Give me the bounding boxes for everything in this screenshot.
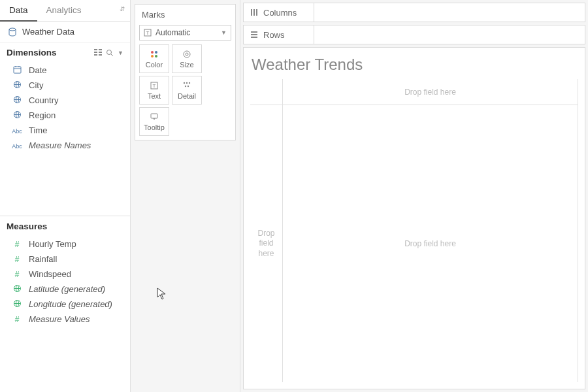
svg-point-41 xyxy=(185,85,186,86)
field-row[interactable]: Country xyxy=(0,93,130,108)
mark-color-label: Color xyxy=(146,61,163,69)
mark-size-button[interactable]: Size xyxy=(172,44,202,73)
svg-rect-5 xyxy=(99,52,102,53)
field-row[interactable]: City xyxy=(0,78,130,93)
columns-drop-zone[interactable] xyxy=(314,3,585,22)
field-label: Latitude (generated) xyxy=(29,284,105,294)
marks-title: Marks xyxy=(139,8,231,25)
svg-rect-46 xyxy=(256,9,257,16)
field-label: Windspeed xyxy=(29,269,71,279)
field-label: City xyxy=(29,80,43,90)
field-row[interactable]: #Hourly Temp xyxy=(0,237,130,252)
rows-shelf[interactable]: Rows xyxy=(243,25,585,44)
hash-icon: # xyxy=(12,255,22,264)
rows-drop-zone[interactable] xyxy=(314,25,585,44)
detail-icon xyxy=(182,81,191,90)
rows-label: Rows xyxy=(263,30,285,40)
dimensions-header: Dimensions ▼ xyxy=(0,42,130,63)
svg-point-7 xyxy=(107,50,112,54)
field-row[interactable]: Latitude (generated) xyxy=(0,282,130,297)
globe-icon xyxy=(12,80,22,90)
dimensions-list: DateCityCountryRegionAbcTimeAbcMeasure N… xyxy=(0,63,130,153)
svg-rect-9 xyxy=(14,67,21,73)
svg-point-35 xyxy=(186,53,188,56)
mark-detail-button[interactable]: Detail xyxy=(172,76,202,105)
field-row[interactable]: #Measure Values xyxy=(0,312,130,327)
columns-shelf[interactable]: Columns xyxy=(243,3,585,22)
svg-rect-2 xyxy=(94,52,97,53)
search-icon[interactable] xyxy=(106,49,114,57)
mark-tooltip-label: Tooltip xyxy=(144,123,165,131)
datasource-icon xyxy=(8,27,17,37)
drop-columns-hint[interactable]: Drop field here xyxy=(283,79,578,105)
field-label: Measure Values xyxy=(29,314,90,324)
abc-icon: Abc xyxy=(12,142,22,150)
field-row[interactable]: #Rainfall xyxy=(0,252,130,267)
field-row[interactable]: Region xyxy=(0,108,130,123)
hash-icon: # xyxy=(12,240,22,249)
field-row[interactable]: AbcTime xyxy=(0,123,130,138)
svg-text:T: T xyxy=(153,83,156,89)
svg-rect-44 xyxy=(251,9,252,16)
field-row[interactable]: Longitude (generated) xyxy=(0,297,130,312)
mark-tooltip-button[interactable]: Tooltip xyxy=(139,107,169,136)
svg-point-39 xyxy=(186,82,188,83)
color-icon xyxy=(150,50,159,59)
svg-point-33 xyxy=(155,55,157,57)
globe-icon xyxy=(12,299,22,309)
text-icon: T xyxy=(150,81,159,90)
size-icon xyxy=(182,50,191,59)
measures-label: Measures xyxy=(7,221,47,231)
globe-icon xyxy=(12,95,22,105)
mark-size-label: Size xyxy=(180,61,193,69)
datasource-row[interactable]: Weather Data xyxy=(0,22,130,42)
tab-data[interactable]: Data xyxy=(0,0,37,22)
mark-color-button[interactable]: Color xyxy=(139,44,169,73)
data-tabs: Data Analytics ⇵ xyxy=(0,0,130,22)
mark-type-dropdown[interactable]: T Automatic ▼ xyxy=(139,25,231,41)
field-row[interactable]: AbcMeasure Names xyxy=(0,138,130,153)
svg-rect-43 xyxy=(151,114,157,118)
field-label: Country xyxy=(29,95,59,105)
svg-point-40 xyxy=(189,82,190,83)
svg-point-31 xyxy=(155,51,157,54)
field-row[interactable]: #Windspeed xyxy=(0,267,130,282)
svg-rect-47 xyxy=(251,31,257,33)
field-label: Longitude (generated) xyxy=(29,299,112,309)
calendar-icon xyxy=(12,65,22,75)
field-label: Date xyxy=(29,65,46,75)
svg-rect-4 xyxy=(99,49,102,50)
svg-point-30 xyxy=(151,51,154,54)
field-label: Region xyxy=(29,110,56,120)
mark-detail-label: Detail xyxy=(178,92,196,100)
globe-icon xyxy=(12,110,22,120)
svg-text:T: T xyxy=(146,30,150,36)
field-label: Time xyxy=(29,125,47,135)
columns-icon xyxy=(250,8,258,16)
tab-analytics[interactable]: Analytics xyxy=(37,0,91,21)
svg-point-38 xyxy=(184,82,185,83)
tabs-caret-icon[interactable]: ⇵ xyxy=(120,0,130,21)
svg-line-8 xyxy=(111,54,113,56)
rows-icon xyxy=(250,31,258,39)
view-title[interactable]: Weather Trends xyxy=(250,54,578,79)
mark-text-label: Text xyxy=(148,92,161,100)
drop-rows-hint[interactable]: Dropfieldhere xyxy=(250,105,283,382)
drop-main-hint[interactable]: Drop field here xyxy=(283,105,578,382)
globe-icon xyxy=(12,284,22,294)
field-label: Hourly Temp xyxy=(29,239,76,249)
svg-rect-3 xyxy=(94,54,97,56)
svg-rect-49 xyxy=(251,37,257,38)
svg-rect-1 xyxy=(94,49,97,50)
automatic-type-icon: T xyxy=(144,29,152,37)
hash-icon: # xyxy=(12,270,22,279)
view-grid[interactable]: Drop field here Dropfieldhere Drop field… xyxy=(250,79,578,382)
mark-text-button[interactable]: T Text xyxy=(139,76,169,105)
chevron-down-icon[interactable]: ▼ xyxy=(118,49,123,57)
measures-header: Measures xyxy=(0,216,130,237)
view-grid-icon[interactable] xyxy=(94,49,102,57)
svg-rect-6 xyxy=(99,54,102,56)
svg-point-0 xyxy=(9,28,16,31)
canvas-pane: Columns Rows Weather Trends Drop field h… xyxy=(240,0,588,392)
field-row[interactable]: Date xyxy=(0,63,130,78)
